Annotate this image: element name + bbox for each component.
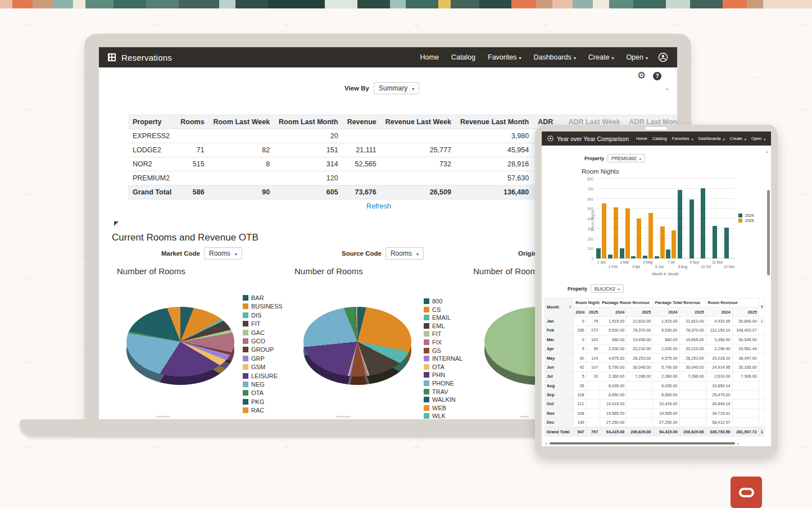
user-account-icon[interactable] xyxy=(658,52,668,62)
value-cell: 4,575.00 xyxy=(600,353,627,362)
property-dropdown-top[interactable]: PREMIUM2 ▾ xyxy=(607,154,645,162)
nav-item-dashboards[interactable]: Dashboards▾ xyxy=(533,53,575,61)
view-by-label: View By xyxy=(344,85,369,92)
scroll-left-arrow[interactable]: ◂ xyxy=(545,441,547,445)
value-cell: 2,360.00 xyxy=(600,372,627,381)
nav-item-catalog[interactable]: Catalog xyxy=(451,53,475,61)
value-cell: 20 xyxy=(586,372,600,381)
source-code-value: Rooms xyxy=(391,250,412,257)
app-grid-icon[interactable] xyxy=(108,53,116,61)
nav-item-create[interactable]: Create▾ xyxy=(730,136,746,141)
value-cell: 35,165.00 xyxy=(732,362,759,371)
sort-down-icon[interactable]: ▼ xyxy=(569,307,571,309)
legend-item: CS xyxy=(424,306,462,313)
nav-item-open[interactable]: Open▾ xyxy=(626,53,648,61)
nav-item-home[interactable]: Home xyxy=(636,136,647,141)
value-cell xyxy=(586,381,600,390)
collapse-handle[interactable] xyxy=(114,221,119,226)
property-cell: LODGE2 xyxy=(128,143,176,157)
scroll-right-arrow[interactable]: ▸ xyxy=(737,441,739,445)
bar-2025 xyxy=(614,207,618,258)
tablet-speaker-notch xyxy=(646,127,667,130)
legend-swatch xyxy=(424,372,429,378)
legend-swatch xyxy=(424,356,429,361)
bar-2024 xyxy=(713,226,717,258)
chevron-down-icon: ▾ xyxy=(416,252,419,257)
legend-label: FIX xyxy=(432,339,442,346)
help-icon[interactable]: ? xyxy=(653,72,661,80)
property-filter-top: Property PREMIUM2 ▾ xyxy=(584,154,645,162)
settings-icon[interactable]: ⚙ xyxy=(637,71,646,80)
table-row: Jul5202,360.007,286.002,360.007,286.002,… xyxy=(545,372,765,381)
value-cell: 680.00 xyxy=(653,335,679,344)
tablet-navbar: Year over Year Comparison HomeCatalogFav… xyxy=(542,131,771,146)
nav-item-home[interactable]: Home xyxy=(420,53,439,61)
bar-group xyxy=(712,226,724,258)
legend-item: WALKIN xyxy=(424,396,462,403)
legend-item: 2024 xyxy=(738,214,754,217)
value-cell: 7,286.00 xyxy=(679,372,706,381)
value-cell: 19,655.00 xyxy=(679,335,706,344)
y-tick-label: 800 xyxy=(581,177,593,181)
bar-2024 xyxy=(678,190,682,258)
source-code-legend: 800CSEMAILEMLFITFIXGSINTERNALOTAPHNPHONE… xyxy=(424,298,462,419)
group-header: Room Nights xyxy=(574,298,600,307)
value-cell: 22,810.00 xyxy=(679,316,706,325)
sort-icons[interactable]: ▲▼ xyxy=(569,305,571,309)
legend-item: GAC xyxy=(243,329,283,336)
value-cell: 314 xyxy=(274,157,343,171)
bar-group xyxy=(688,199,700,258)
nav-item-favorites[interactable]: Favorites▾ xyxy=(488,53,521,61)
legend-label: WALKIN xyxy=(432,396,456,403)
nav-item-dashboards[interactable]: Dashboards▾ xyxy=(698,136,724,141)
value-cell: 732 xyxy=(381,157,456,171)
month-column-header[interactable]: Month▲▼ xyxy=(545,298,574,317)
bar-group xyxy=(677,190,689,258)
pie-title-source: Number of Rooms xyxy=(294,266,363,276)
value-cell xyxy=(586,409,600,418)
legend-item: OTA xyxy=(424,364,462,370)
value-cell: 10,415.00 xyxy=(653,400,679,409)
scroll-up-arrow[interactable]: ▲ xyxy=(765,150,769,153)
value-cell: 136,480 xyxy=(456,185,533,199)
gridline xyxy=(596,178,735,179)
y-tick-label: 300 xyxy=(581,227,593,231)
partial-cell xyxy=(759,335,764,344)
bar-2025 xyxy=(672,230,676,258)
target-icon[interactable] xyxy=(547,135,554,142)
value-cell: 151 xyxy=(274,143,343,157)
view-by-dropdown[interactable]: Summary ▾ xyxy=(374,82,419,94)
nav-item-catalog[interactable]: Catalog xyxy=(652,136,667,141)
value-cell: 29,551.44 xyxy=(732,344,759,353)
value-cell: 78,370.00 xyxy=(627,326,653,335)
table-row: May401244,575.0028,253.004,575.0028,253.… xyxy=(545,353,765,362)
horizontal-scrollbar[interactable] xyxy=(550,442,735,444)
value-cell: 947 xyxy=(574,427,587,436)
month-cell: Oct xyxy=(545,400,574,409)
value-cell: 28,253.00 xyxy=(679,353,706,362)
scroll-up-arrow[interactable]: ▲ xyxy=(665,87,669,90)
value-cell: 797 xyxy=(586,427,600,436)
value-cell: 10,850.14 xyxy=(706,381,732,390)
value-cell: 121 xyxy=(574,400,587,409)
group-header-partial: T xyxy=(759,298,764,317)
column-header: Room Last Month xyxy=(274,115,343,129)
chevron-down-icon: ▾ xyxy=(723,138,725,141)
legend-label: GRP xyxy=(251,355,265,362)
legend-item: DIS xyxy=(243,312,283,319)
market-code-dropdown[interactable]: Rooms ▾ xyxy=(204,247,242,260)
source-code-dropdown[interactable]: Rooms ▾ xyxy=(385,247,424,260)
nav-item-create[interactable]: Create▾ xyxy=(588,53,614,61)
vertical-scrollbar[interactable] xyxy=(767,190,770,275)
property-dropdown-bottom[interactable]: BLKJCK2 ▾ xyxy=(591,284,624,293)
value-cell: 0 xyxy=(574,335,587,344)
legend-item: 800 xyxy=(424,298,462,305)
y-tick-label: 200 xyxy=(581,237,593,241)
chevron-down-icon: ▾ xyxy=(745,138,746,141)
nav-item-favorites[interactable]: Favorites▾ xyxy=(672,136,693,141)
nav-item-open[interactable]: Open▾ xyxy=(751,136,765,141)
value-cell: 57,630 xyxy=(456,171,533,185)
partial-cell xyxy=(759,362,764,371)
legend-item: PHN xyxy=(424,371,462,378)
value-cell: 605 xyxy=(274,185,343,199)
